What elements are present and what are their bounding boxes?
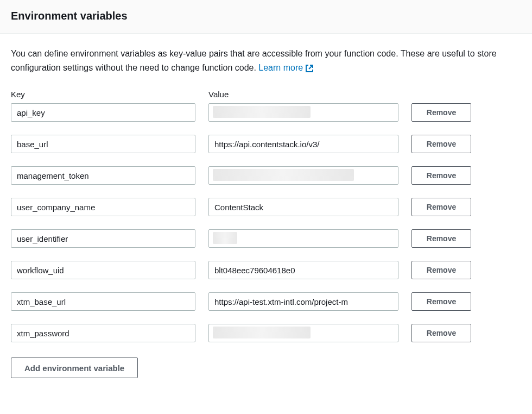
env-var-key-input[interactable] [11, 135, 195, 153]
env-var-key-input[interactable] [11, 324, 195, 342]
env-var-value-input[interactable] [208, 292, 398, 311]
remove-button[interactable]: Remove [411, 103, 471, 122]
description-body: You can define environment variables as … [11, 49, 497, 72]
remove-button[interactable]: Remove [411, 166, 471, 185]
remove-button[interactable]: Remove [411, 261, 471, 279]
remove-button[interactable]: Remove [411, 135, 471, 153]
rows-container: RemoveRemoveRemoveRemoveRemoveRemoveRemo… [11, 103, 521, 342]
external-link-icon [305, 63, 314, 72]
redacted-overlay [213, 106, 311, 118]
env-var-value-wrapper [208, 292, 398, 311]
env-var-value-wrapper [208, 324, 398, 342]
env-var-row: Remove [11, 135, 521, 153]
page-title: Environment variables [11, 10, 521, 22]
env-var-row: Remove [11, 166, 521, 185]
env-var-key-input[interactable] [11, 103, 195, 122]
env-var-row: Remove [11, 103, 521, 122]
env-var-key-input[interactable] [11, 292, 195, 311]
redacted-overlay [213, 327, 311, 338]
column-header-key: Key [11, 90, 195, 99]
remove-button[interactable]: Remove [411, 324, 471, 342]
env-var-value-wrapper [208, 261, 398, 279]
env-var-value-wrapper [208, 198, 398, 216]
env-var-row: Remove [11, 261, 521, 279]
env-var-key-input[interactable] [11, 261, 195, 279]
env-var-key-input[interactable] [11, 166, 195, 185]
remove-button[interactable]: Remove [411, 292, 471, 311]
add-environment-variable-button[interactable]: Add environment variable [11, 357, 138, 378]
content-area: You can define environment variables as … [0, 34, 532, 389]
env-var-value-wrapper [208, 135, 398, 153]
learn-more-link[interactable]: Learn more [258, 61, 314, 75]
env-var-row: Remove [11, 198, 521, 216]
learn-more-label: Learn more [258, 61, 303, 75]
table-header: Key Value [11, 90, 521, 99]
redacted-overlay [213, 169, 354, 181]
env-var-row: Remove [11, 324, 521, 342]
env-var-value-wrapper [208, 103, 398, 122]
env-var-row: Remove [11, 229, 521, 248]
env-var-value-input[interactable] [208, 198, 398, 216]
env-var-value-wrapper [208, 229, 398, 248]
remove-button[interactable]: Remove [411, 198, 471, 216]
panel-header: Environment variables [0, 0, 532, 34]
redacted-overlay [213, 232, 237, 244]
env-var-value-input[interactable] [208, 261, 398, 279]
env-var-value-wrapper [208, 166, 398, 185]
remove-button[interactable]: Remove [411, 229, 471, 248]
column-header-value: Value [208, 90, 398, 99]
env-var-key-input[interactable] [11, 229, 195, 248]
env-var-row: Remove [11, 292, 521, 311]
env-var-key-input[interactable] [11, 198, 195, 216]
description-text: You can define environment variables as … [11, 47, 521, 74]
env-var-value-input[interactable] [208, 135, 398, 153]
